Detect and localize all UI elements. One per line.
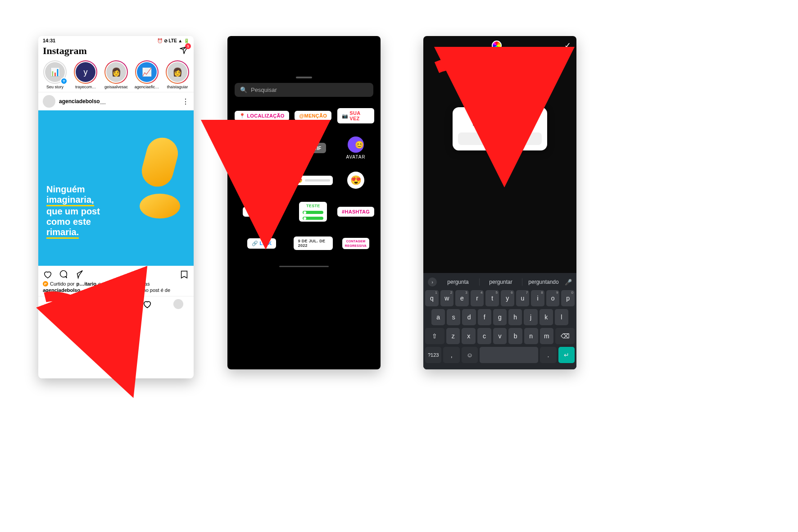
story-item[interactable]: 👩 thaistaguiar	[163, 60, 191, 89]
key-j[interactable]: j	[524, 309, 537, 325]
microphone-graphic	[135, 137, 185, 218]
key-x[interactable]: x	[462, 328, 476, 344]
post-caption[interactable]: agenciadebolso__ 👉 O estudo que eu citei…	[38, 286, 194, 296]
key-b[interactable]: b	[508, 328, 522, 344]
key-backspace[interactable]: ⌫	[555, 328, 575, 344]
post-username[interactable]: agenciadebolso__	[59, 98, 178, 105]
story-your-story[interactable]: 📊+ Seu story	[41, 60, 69, 89]
status-time: 14:31	[43, 38, 55, 43]
key-u[interactable]: u7	[516, 290, 530, 306]
tray-handle[interactable]	[296, 77, 312, 78]
key-numbers[interactable]: ?123	[425, 347, 441, 363]
key-i[interactable]: i8	[531, 290, 544, 306]
sticker-emoji[interactable]: 😍	[347, 172, 364, 189]
suggestion-word[interactable]: perguntar	[482, 279, 519, 285]
direct-messages-button[interactable]: 1	[179, 45, 189, 57]
stories-row[interactable]: 📊+ Seu story y trayecom… 👩 geisaalvesac …	[38, 60, 194, 92]
expand-suggestions-button[interactable]: ›	[428, 277, 437, 286]
sticker-poll[interactable]: ≡ ENQUETE	[243, 207, 281, 217]
likes-text[interactable]: P Curtido por p…itario e outras 4.343 pe…	[38, 281, 194, 286]
voice-input-icon[interactable]: 🎤	[565, 279, 572, 286]
key-n[interactable]: n	[524, 328, 538, 344]
phone-question-editor: ✓ 📊 Faça uma pergunta Digite algo... › p…	[423, 36, 576, 369]
dm-badge: 1	[185, 43, 191, 49]
sticker-date[interactable]: 9 DE JUL. DE 2022	[294, 236, 333, 250]
share-icon[interactable]	[73, 269, 83, 279]
post-image[interactable]: Ninguém imaginaria, que um post como est…	[38, 110, 194, 266]
key-m[interactable]: m	[540, 328, 554, 344]
sticker-your-turn[interactable]: 📷SUA VEZ	[337, 108, 374, 123]
key-shift[interactable]: ⇧	[425, 328, 444, 344]
question-title[interactable]: Faça uma pergunta	[458, 120, 542, 127]
key-space[interactable]	[480, 347, 538, 363]
story-item[interactable]: 👩 geisaalvesac	[102, 60, 130, 89]
sticker-music[interactable]: 🎵MÚSICA	[243, 175, 281, 186]
sticker-hashtag[interactable]: #HASHTAG	[337, 207, 374, 217]
bookmark-icon[interactable]	[179, 269, 189, 279]
key-k[interactable]: k	[540, 309, 553, 325]
sticker-avatar[interactable]: 😊	[348, 136, 364, 153]
key-comma[interactable]: ,	[443, 347, 459, 363]
post-header: agenciadebolso__ ⋮	[38, 92, 194, 110]
key-g[interactable]: g	[493, 309, 507, 325]
key-d[interactable]: d	[462, 309, 476, 325]
question-input[interactable]: Digite algo...	[458, 132, 542, 145]
add-story-icon: +	[60, 77, 68, 85]
key-p[interactable]: p0	[561, 290, 575, 306]
color-picker-button[interactable]	[492, 41, 502, 50]
home-icon[interactable]	[49, 299, 59, 309]
sticker-countdown[interactable]: CONTAGEMREGRESSIVA	[342, 238, 369, 249]
gesture-bar	[279, 266, 329, 267]
sticker-questions[interactable]: PERGUNTAS	[241, 143, 282, 153]
status-bar: 14:31 ⏰ ⊘ LTE ▲ 🔋	[38, 36, 194, 43]
profile-icon[interactable]	[173, 299, 183, 309]
key-h[interactable]: h	[508, 309, 522, 325]
story-item[interactable]: y trayecom…	[72, 60, 100, 89]
activity-icon[interactable]	[142, 299, 152, 309]
key-e[interactable]: e3	[455, 290, 469, 306]
key-q[interactable]: q1	[425, 290, 439, 306]
gesture-bar	[91, 313, 141, 314]
sticker-gif[interactable]: 🔍 GIF	[300, 143, 326, 153]
done-button[interactable]: ✓	[564, 41, 571, 50]
key-y[interactable]: y6	[501, 290, 514, 306]
like-icon[interactable]	[43, 269, 53, 279]
key-s[interactable]: s	[447, 309, 460, 325]
post-overlay-text: Ninguém imaginaria, que um post como est…	[46, 184, 100, 239]
key-r[interactable]: r4	[471, 290, 484, 306]
key-t[interactable]: t5	[485, 290, 499, 306]
sticker-quiz[interactable]: TESTE	[299, 202, 327, 222]
question-sticker-card[interactable]: 📊 Faça uma pergunta Digite algo...	[453, 107, 547, 150]
key-c[interactable]: c	[477, 328, 491, 344]
key-z[interactable]: z	[446, 328, 460, 344]
sticker-mention[interactable]: @MENÇÃO	[295, 111, 331, 121]
sticker-link[interactable]: 🔗LINK	[247, 238, 276, 249]
key-period[interactable]: .	[540, 347, 556, 363]
key-v[interactable]: v	[493, 328, 507, 344]
phone-sticker-tray: 🔍 Pesquisar 📍LOCALIZAÇÃO @MENÇÃO 📷SUA VE…	[227, 36, 381, 369]
key-o[interactable]: o9	[546, 290, 560, 306]
story-item[interactable]: 📈 agenciaefic…	[133, 60, 161, 89]
search-icon[interactable]	[80, 299, 90, 309]
key-a[interactable]: a	[431, 309, 445, 325]
suggestion-word[interactable]: perguntando	[525, 279, 562, 285]
post-actions	[38, 266, 194, 281]
post-more-icon[interactable]: ⋮	[182, 97, 189, 106]
key-w[interactable]: w2	[440, 290, 454, 306]
sticker-search[interactable]: 🔍 Pesquisar	[235, 83, 373, 97]
suggestion-word[interactable]: pergunta	[440, 279, 476, 285]
post-avatar[interactable]	[43, 95, 55, 108]
suggestion-bar: › pergunta perguntar perguntando 🎤	[425, 276, 575, 290]
question-avatar: 📊	[492, 99, 508, 115]
sticker-emoji-slider[interactable]: 😍	[294, 176, 333, 185]
instagram-logo[interactable]: Instagram	[43, 45, 87, 57]
comment-icon[interactable]	[58, 269, 68, 279]
create-icon[interactable]	[111, 299, 121, 309]
key-l[interactable]: l	[555, 309, 568, 325]
key-f[interactable]: f	[478, 309, 491, 325]
key-enter[interactable]: ↵	[558, 347, 575, 363]
key-emoji[interactable]: ☺	[462, 347, 478, 363]
keyboard: › pergunta perguntar perguntando 🎤 q1w2e…	[423, 273, 576, 369]
p-badge-icon: P	[43, 281, 48, 286]
sticker-location[interactable]: 📍LOCALIZAÇÃO	[235, 111, 289, 121]
